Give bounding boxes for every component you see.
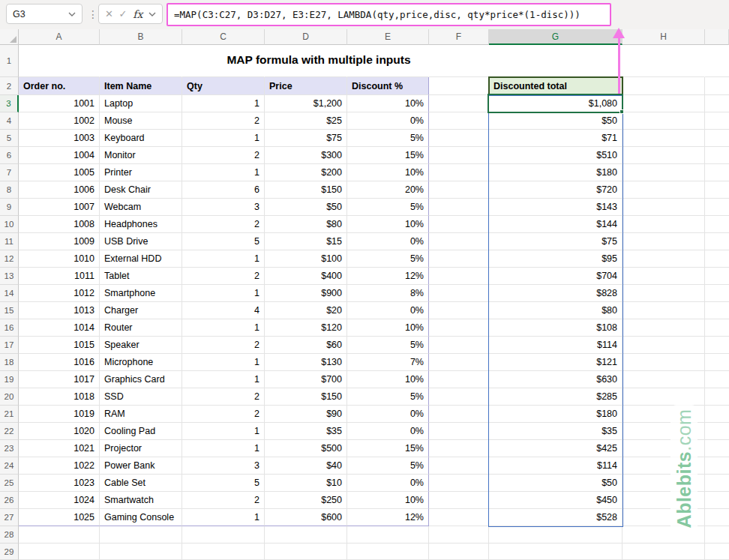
cell-F23[interactable] (429, 440, 489, 457)
cell-E19[interactable]: 10% (347, 371, 429, 388)
cell-B29[interactable] (100, 544, 182, 560)
cell-F19[interactable] (429, 371, 489, 388)
cell-F27[interactable] (429, 509, 489, 526)
cell-H16[interactable] (622, 319, 705, 337)
cell-G7[interactable]: $180 (489, 164, 622, 181)
cell-E15[interactable]: 0% (347, 302, 429, 319)
cell-end-25[interactable] (705, 475, 729, 492)
cell-F15[interactable] (429, 302, 489, 319)
cell-B14[interactable]: Smartphone (100, 285, 182, 302)
row-header-23[interactable]: 23 (0, 440, 19, 457)
cell-C19[interactable]: 1 (182, 371, 265, 388)
cell-D5[interactable]: $75 (265, 130, 347, 147)
cell-F6[interactable] (429, 147, 489, 164)
cell-H6[interactable] (622, 147, 705, 164)
cell-D23[interactable]: $500 (265, 440, 347, 457)
cell-C1[interactable] (182, 45, 265, 77)
cell-G5[interactable]: $71 (489, 130, 622, 147)
cell-E10[interactable]: 10% (347, 216, 429, 233)
cell-A24[interactable]: 1022 (19, 457, 100, 475)
cell-A18[interactable]: 1016 (19, 354, 100, 371)
cell-A14[interactable]: 1012 (19, 285, 100, 302)
cell-F25[interactable] (429, 475, 489, 492)
cell-B16[interactable]: Router (100, 319, 182, 337)
column-header-C[interactable]: C (182, 29, 265, 45)
cell-E22[interactable]: 0% (347, 423, 429, 440)
row-header-5[interactable]: 5 (0, 130, 19, 147)
cell-D9[interactable]: $50 (265, 199, 347, 216)
cell-E7[interactable]: 10% (347, 164, 429, 181)
cell-A28[interactable] (19, 526, 100, 544)
cell-H12[interactable] (622, 250, 705, 268)
cell-E3[interactable]: 10% (347, 95, 429, 112)
cell-B1[interactable] (100, 45, 182, 77)
cell-end-13[interactable] (705, 268, 729, 285)
cell-end-11[interactable] (705, 233, 729, 250)
row-header-27[interactable]: 27 (0, 509, 19, 526)
cell-end-4[interactable] (705, 112, 729, 130)
cell-F4[interactable] (429, 112, 489, 130)
cell-D14[interactable]: $900 (265, 285, 347, 302)
cell-E13[interactable]: 12% (347, 268, 429, 285)
row-header-21[interactable]: 21 (0, 406, 19, 423)
cell-B26[interactable]: Smartwatch (100, 492, 182, 509)
cell-end-18[interactable] (705, 354, 729, 371)
formula-input[interactable]: =MAP(C3:C27, D3:D27, E3:E27, LAMBDA(qty,… (166, 3, 611, 26)
cell-H1[interactable] (622, 45, 705, 77)
cell-H22[interactable] (622, 423, 705, 440)
cell-B2[interactable]: Item Name (100, 77, 182, 95)
cell-D11[interactable]: $15 (265, 233, 347, 250)
row-header-4[interactable]: 4 (0, 112, 19, 130)
cell-E14[interactable]: 8% (347, 285, 429, 302)
row-header-12[interactable]: 12 (0, 250, 19, 268)
cell-C23[interactable]: 1 (182, 440, 265, 457)
cell-end-17[interactable] (705, 337, 729, 354)
cell-D18[interactable]: $130 (265, 354, 347, 371)
cell-B3[interactable]: Laptop (100, 95, 182, 112)
cell-H14[interactable] (622, 285, 705, 302)
cell-C5[interactable]: 1 (182, 130, 265, 147)
name-box[interactable]: G3 (6, 4, 82, 24)
cell-B22[interactable]: Cooling Pad (100, 423, 182, 440)
cell-C17[interactable]: 2 (182, 337, 265, 354)
cell-G10[interactable]: $144 (489, 216, 622, 233)
row-header-13[interactable]: 13 (0, 268, 19, 285)
cell-G15[interactable]: $80 (489, 302, 622, 319)
cell-D17[interactable]: $60 (265, 337, 347, 354)
row-header-20[interactable]: 20 (0, 388, 19, 406)
cell-C26[interactable]: 2 (182, 492, 265, 509)
cell-F22[interactable] (429, 423, 489, 440)
cell-D28[interactable] (265, 526, 347, 544)
cell-end-14[interactable] (705, 285, 729, 302)
chevron-down-icon[interactable] (68, 12, 76, 16)
cell-B5[interactable]: Keyboard (100, 130, 182, 147)
cell-D10[interactable]: $80 (265, 216, 347, 233)
cell-end-23[interactable] (705, 440, 729, 457)
cell-G1[interactable] (489, 45, 622, 77)
cell-C12[interactable]: 1 (182, 250, 265, 268)
cell-D2[interactable]: Price (265, 77, 347, 95)
cell-F24[interactable] (429, 457, 489, 475)
cell-end-21[interactable] (705, 406, 729, 423)
cell-B11[interactable]: USB Drive (100, 233, 182, 250)
cell-E9[interactable]: 5% (347, 199, 429, 216)
cell-E17[interactable]: 5% (347, 337, 429, 354)
cell-B9[interactable]: Webcam (100, 199, 182, 216)
cell-A5[interactable]: 1003 (19, 130, 100, 147)
cell-A13[interactable]: 1011 (19, 268, 100, 285)
cell-H11[interactable] (622, 233, 705, 250)
cell-G12[interactable]: $95 (489, 250, 622, 268)
cell-E8[interactable]: 20% (347, 181, 429, 199)
cell-end-24[interactable] (705, 457, 729, 475)
cell-D21[interactable]: $90 (265, 406, 347, 423)
cell-B10[interactable]: Headphones (100, 216, 182, 233)
column-header-B[interactable]: B (100, 29, 182, 45)
cell-G26[interactable]: $450 (489, 492, 622, 509)
cell-E20[interactable]: 5% (347, 388, 429, 406)
cell-D1[interactable] (265, 45, 347, 77)
cell-H3[interactable] (622, 95, 705, 112)
cell-G11[interactable]: $75 (489, 233, 622, 250)
cell-H27[interactable] (622, 509, 705, 526)
cell-B28[interactable] (100, 526, 182, 544)
cell-end-15[interactable] (705, 302, 729, 319)
